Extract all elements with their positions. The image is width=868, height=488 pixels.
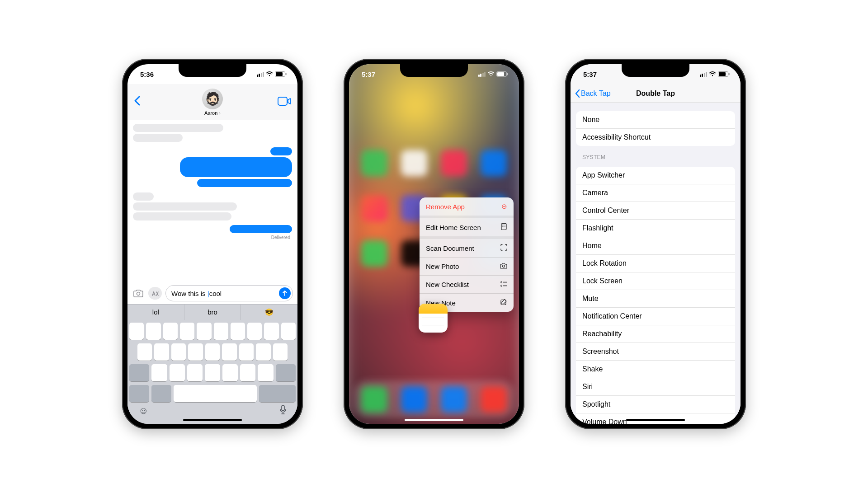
delivered-label: Delivered [271,235,290,240]
notch [400,64,468,77]
wifi-icon [487,70,495,78]
settings-row[interactable]: Reachability [576,325,735,343]
page-title: Double Tap [636,89,675,98]
settings-row[interactable]: Spotlight [576,396,735,413]
settings-row[interactable]: Home [576,237,735,255]
settings-row[interactable]: Flashlight [576,220,735,237]
home-indicator[interactable] [626,419,685,421]
apps-icon [500,223,507,231]
received-bubble[interactable] [133,212,231,221]
settings-row[interactable]: Lock Rotation [576,255,735,272]
sent-bubble[interactable] [180,157,292,177]
settings-body[interactable]: None Accessibility Shortcut SYSTEM App S… [571,103,741,424]
cellular-icon [257,72,264,77]
compose-text: Wow this is |cool [171,290,222,297]
received-bubble[interactable] [133,134,183,142]
viewfinder-icon [500,244,507,252]
svg-rect-3 [278,97,287,105]
screen-messages: 5:36 🧔🏻 Aaron [127,64,297,424]
emoji-icon[interactable]: ☺ [138,405,148,418]
ctx-label: Scan Document [426,244,474,252]
screen-settings: 5:37 Back Tap Double Tap None Accessibil… [571,64,741,424]
dictation-icon[interactable] [279,405,287,418]
settings-row[interactable]: Siri [576,378,735,396]
status-icons [478,70,509,78]
prediction-item[interactable]: bro [184,305,241,320]
settings-row[interactable]: Camera [576,184,735,202]
settings-row[interactable]: Mute [576,290,735,308]
received-bubble[interactable] [133,202,237,211]
svg-point-14 [504,226,505,227]
svg-rect-8 [507,73,508,75]
settings-group-system: App Switcher Camera Control Center Flash… [576,167,735,424]
status-time: 5:37 [362,70,375,78]
checklist-icon [500,281,507,288]
ctx-new-photo[interactable]: New Photo [420,258,514,276]
ctx-label: New Checklist [426,281,469,288]
prediction-item[interactable]: lol [127,305,184,320]
battery-icon [718,70,730,78]
camera-icon [500,263,507,270]
section-header: SYSTEM [582,154,729,160]
notch [622,64,689,77]
prediction-item[interactable]: 😎 [241,305,297,320]
ctx-remove-app[interactable]: Remove App ⊖ [420,197,514,218]
minus-circle-icon: ⊖ [501,202,507,211]
status-time: 5:36 [140,70,154,78]
settings-row[interactable]: Notification Center [576,308,735,325]
settings-row[interactable]: App Switcher [576,167,735,184]
ctx-edit-home-screen[interactable]: Edit Home Screen [420,218,514,239]
send-button[interactable] [279,287,291,299]
settings-row[interactable]: None [576,111,735,129]
status-icons [700,70,730,78]
svg-rect-23 [719,72,726,76]
dock [354,380,514,418]
cellular-icon [478,72,486,77]
home-indicator[interactable] [183,419,242,421]
home-indicator[interactable] [405,419,463,421]
sent-bubble[interactable] [270,147,292,155]
svg-rect-7 [497,72,504,76]
facetime-button[interactable] [273,97,291,108]
status-icons [257,70,287,78]
status-time: 5:37 [583,70,597,78]
settings-row[interactable]: Control Center [576,202,735,220]
received-bubble[interactable] [133,124,223,132]
svg-rect-2 [286,73,287,75]
ctx-new-checklist[interactable]: New Checklist [420,276,514,294]
compose-icon [500,299,507,307]
svg-point-15 [505,226,505,227]
camera-icon[interactable] [132,287,145,300]
settings-row[interactable]: Screenshot [576,343,735,361]
settings-row[interactable]: Accessibility Shortcut [576,129,735,146]
cellular-icon [700,72,708,77]
notes-app-icon[interactable] [419,304,448,333]
prediction-bar: lol bro 😎 [127,304,297,320]
contact-header[interactable]: 🧔🏻 Aaron [202,89,223,116]
back-button[interactable]: Back Tap [575,89,611,98]
screen-homescreen: 5:37 Remove App ⊖ Edit Home Screen Scan … [349,64,519,424]
settings-row[interactable]: Lock Screen [576,272,735,290]
received-bubble[interactable] [133,192,154,201]
compose-field[interactable]: Wow this is |cool [165,285,293,301]
phone-settings: 5:37 Back Tap Double Tap None Accessibil… [565,59,746,429]
nav-bar: Back Tap Double Tap [571,84,741,103]
apps-icon[interactable] [148,287,162,300]
wifi-icon [709,70,716,78]
back-button[interactable] [134,95,152,109]
sent-bubble[interactable] [230,225,292,233]
svg-point-17 [501,282,502,283]
ctx-scan-document[interactable]: Scan Document [420,239,514,258]
avatar: 🧔🏻 [202,89,223,109]
sent-bubble[interactable] [197,179,292,187]
message-thread[interactable]: Delivered [127,120,297,283]
compose-bar: Wow this is |cool [127,283,297,304]
settings-group-top: None Accessibility Shortcut [576,111,735,146]
svg-point-12 [505,225,505,225]
phone-homescreen: 5:37 Remove App ⊖ Edit Home Screen Scan … [344,59,524,429]
battery-icon [496,70,508,78]
svg-rect-5 [282,405,284,411]
settings-row[interactable]: Shake [576,361,735,378]
svg-rect-24 [729,73,730,75]
svg-point-16 [503,265,505,267]
